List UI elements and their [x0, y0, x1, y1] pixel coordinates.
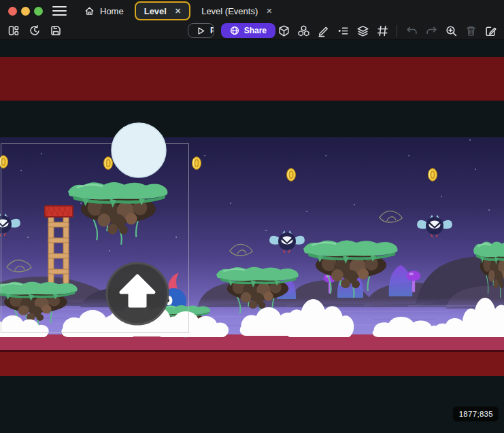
jump-touch-button-object[interactable]: [107, 263, 168, 324]
objects-icon[interactable]: [275, 23, 292, 38]
object-groups-icon[interactable]: [295, 23, 312, 38]
pencil-icon[interactable]: [315, 23, 331, 38]
app-window: Home Level ✕ Level (Events) ✕: [0, 0, 504, 433]
zoom-in-icon[interactable]: [443, 23, 459, 38]
share-button-label: Share: [244, 26, 267, 35]
tab-level[interactable]: Level ✕: [135, 1, 190, 20]
star-object: [354, 204, 355, 205]
tab-level-events-label: Level (Events): [201, 6, 258, 16]
tab-level-label: Level: [144, 6, 167, 16]
star-object: [80, 203, 82, 204]
trash-icon[interactable]: [463, 23, 479, 38]
home-icon: [84, 6, 95, 16]
star-object: [175, 237, 177, 238]
tab-home-label: Home: [100, 6, 124, 16]
instances-list-icon[interactable]: [335, 23, 351, 38]
star-object: [230, 203, 231, 204]
coin-object[interactable]: [104, 157, 113, 170]
toolbar-divider: [397, 25, 397, 37]
history-icon[interactable]: [27, 23, 43, 38]
titlebar: Home Level ✕ Level (Events) ✕: [0, 0, 504, 22]
star-object: [469, 139, 471, 141]
tab-level-close-icon[interactable]: ✕: [175, 7, 181, 16]
share-button[interactable]: Share: [221, 23, 275, 38]
preview-button-main[interactable]: Preview: [188, 24, 214, 37]
coin-object[interactable]: [192, 157, 201, 170]
moon-object[interactable]: [112, 123, 166, 177]
coin-object[interactable]: [287, 169, 296, 181]
star-object: [41, 153, 42, 154]
undo-icon[interactable]: [403, 23, 420, 38]
star-object: [408, 155, 409, 156]
star-object: [109, 250, 110, 252]
cursor-coordinates-badge: 1877;835: [453, 406, 499, 421]
star-object: [265, 230, 267, 231]
toolbar: Preview Share: [0, 22, 504, 40]
hamburger-menu-icon[interactable]: [52, 6, 67, 16]
redo-icon[interactable]: [423, 23, 439, 38]
edit-scene-icon[interactable]: [482, 23, 499, 38]
star-object: [20, 170, 22, 171]
preview-button[interactable]: Preview: [188, 23, 214, 38]
tab-level-events[interactable]: Level (Events) ✕: [193, 0, 280, 22]
star-object: [27, 237, 29, 238]
tab-bar: Home Level ✕ Level (Events) ✕: [76, 0, 280, 22]
star-object: [488, 209, 490, 211]
top-red-band-object[interactable]: [0, 57, 504, 101]
tab-home[interactable]: Home: [76, 0, 132, 22]
layers-icon[interactable]: [354, 23, 371, 38]
save-icon[interactable]: [48, 23, 64, 38]
coin-object[interactable]: [429, 169, 437, 181]
zoom-window-button[interactable]: [34, 7, 43, 16]
panels-icon[interactable]: [5, 23, 22, 38]
minimize-window-button[interactable]: [21, 7, 30, 16]
star-object: [306, 211, 307, 212]
toolbar-left-group: [5, 23, 64, 38]
star-object: [325, 155, 326, 156]
scene-editor-canvas[interactable]: 1877;835: [0, 40, 504, 433]
star-object: [204, 155, 205, 156]
play-icon: [197, 27, 205, 35]
toolbar-right-group: [275, 23, 499, 38]
bottom-red-band-object[interactable]: [0, 352, 504, 376]
ground-divider: [0, 350, 504, 352]
star-object: [475, 169, 476, 170]
window-controls: [8, 7, 43, 16]
close-window-button[interactable]: [8, 7, 17, 16]
grid-icon[interactable]: [374, 23, 390, 38]
globe-icon: [230, 26, 239, 35]
tab-level-events-close-icon[interactable]: ✕: [266, 7, 272, 16]
preview-button-label: Preview: [210, 26, 214, 35]
star-object: [441, 196, 442, 197]
